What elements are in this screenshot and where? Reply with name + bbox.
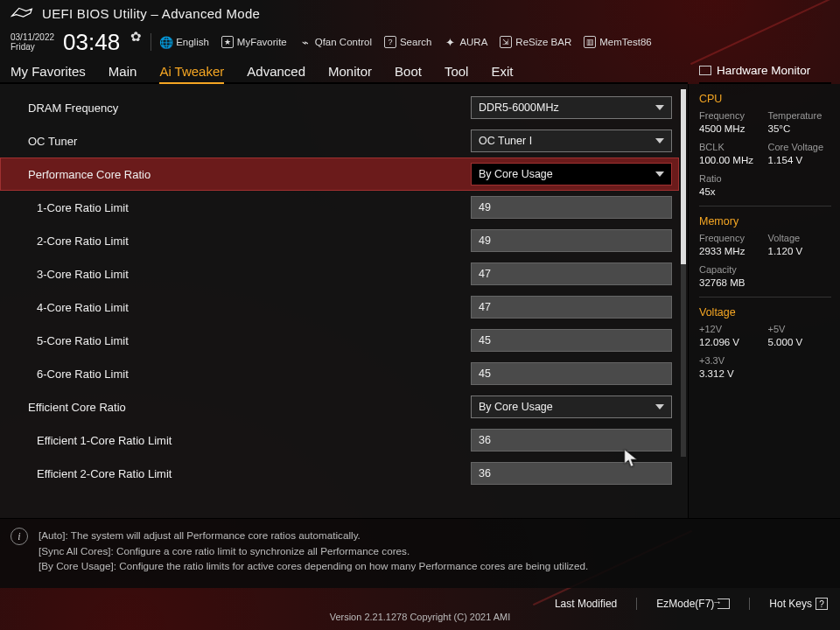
- setting-label: Efficient 1-Core Ratio Limit: [28, 434, 471, 447]
- rog-logo: [10, 5, 33, 21]
- aura-icon: ✦: [444, 36, 456, 48]
- globe-icon: 🌐: [160, 36, 172, 48]
- version-text: Version 2.21.1278 Copyright (C) 2021 AMI: [0, 612, 840, 622]
- tab-tool[interactable]: Tool: [444, 60, 469, 82]
- hw-volt-title: Voltage: [699, 306, 831, 318]
- page-title: UEFI BIOS Utility – Advanced Mode: [42, 6, 260, 21]
- setting-row[interactable]: DRAM FrequencyDDR5-6000MHz: [0, 91, 679, 124]
- fan-icon: ⌁: [299, 36, 312, 48]
- tab-main[interactable]: Main: [108, 60, 137, 82]
- chevron-down-icon: [655, 404, 664, 410]
- setting-dropdown[interactable]: OC Tuner I: [471, 130, 672, 152]
- setting-label: 3-Core Ratio Limit: [28, 268, 471, 281]
- tab-monitor[interactable]: Monitor: [328, 60, 372, 82]
- search-link[interactable]: ?Search: [384, 36, 431, 48]
- setting-dropdown[interactable]: By Core Usage: [471, 396, 672, 418]
- scroll-thumb[interactable]: [681, 89, 686, 264]
- last-modified-link[interactable]: Last Modified: [555, 598, 617, 610]
- tabs: My Favorites Main Ai Tweaker Advanced Mo…: [0, 58, 688, 84]
- setting-row[interactable]: Performance Core RatioBy Core Usage: [0, 158, 679, 191]
- setting-label: 1-Core Ratio Limit: [28, 201, 471, 214]
- hardware-monitor: Hardware Monitor CPU FrequencyTemperatur…: [688, 84, 840, 518]
- tab-advanced[interactable]: Advanced: [247, 60, 305, 82]
- setting-row[interactable]: 1-Core Ratio Limit49: [0, 191, 679, 224]
- chevron-down-icon: [655, 138, 664, 144]
- setting-label: Efficient 2-Core Ratio Limit: [28, 467, 471, 480]
- setting-label: 5-Core Ratio Limit: [28, 334, 471, 347]
- setting-label: 4-Core Ratio Limit: [28, 301, 471, 314]
- info-bar: 03/11/2022 Friday 03:48 ✿ 🌐English ★MyFa…: [0, 26, 840, 58]
- chevron-down-icon: [655, 105, 664, 110]
- chevron-down-icon: [655, 172, 664, 177]
- setting-row[interactable]: 2-Core Ratio Limit49: [0, 224, 679, 257]
- memtest-link[interactable]: ▥MemTest86: [584, 36, 651, 48]
- setting-row[interactable]: Efficient 1-Core Ratio Limit36: [0, 424, 679, 457]
- help-line: [By Core Usage]: Configure the ratio lim…: [38, 558, 588, 574]
- setting-row[interactable]: Efficient 2-Core Ratio Limit36: [0, 457, 679, 490]
- setting-label: DRAM Frequency: [28, 102, 471, 115]
- setting-value-input[interactable]: 49: [471, 229, 672, 252]
- setting-value-input[interactable]: 49: [471, 196, 672, 219]
- setting-value-input[interactable]: 36: [471, 462, 672, 485]
- date-box: 03/11/2022 Friday: [10, 32, 54, 52]
- hw-cpu-title: CPU: [699, 93, 831, 105]
- hw-title: Hardware Monitor: [699, 58, 831, 84]
- star-icon: ★: [221, 36, 234, 48]
- help-line: [Sync All Cores]: Configure a core ratio…: [38, 543, 588, 559]
- footer: Last Modified EzMode(F7) Hot Keys? Versi…: [0, 588, 840, 630]
- setting-row[interactable]: 5-Core Ratio Limit45: [0, 324, 679, 357]
- monitor-icon: [699, 66, 711, 75]
- help-box: i [Auto]: The system will adjust all Per…: [0, 518, 840, 588]
- setting-label: Efficient Core Ratio: [28, 401, 471, 414]
- setting-row[interactable]: OC TunerOC Tuner I: [0, 124, 679, 158]
- setting-label: 2-Core Ratio Limit: [28, 234, 471, 248]
- info-icon: i: [10, 528, 28, 545]
- setting-row[interactable]: Efficient Core RatioBy Core Usage: [0, 390, 679, 424]
- question-icon: ?: [384, 36, 396, 48]
- tab-my-favorites[interactable]: My Favorites: [10, 60, 86, 82]
- setting-value-input[interactable]: 45: [471, 362, 672, 385]
- question-icon: ?: [816, 598, 828, 610]
- top-links: 🌐English ★MyFavorite ⌁Qfan Control ?Sear…: [160, 36, 652, 48]
- arrow-out-icon: [718, 598, 730, 609]
- date: 03/11/2022: [10, 32, 54, 43]
- ezmode-link[interactable]: EzMode(F7): [656, 598, 730, 610]
- setting-row[interactable]: 3-Core Ratio Limit47: [0, 257, 679, 290]
- gear-icon[interactable]: ✿: [130, 29, 142, 45]
- tab-ai-tweaker[interactable]: Ai Tweaker: [159, 60, 224, 84]
- myfavorite-link[interactable]: ★MyFavorite: [221, 36, 287, 48]
- setting-value-input[interactable]: 36: [471, 429, 672, 452]
- language-link[interactable]: 🌐English: [160, 36, 209, 48]
- title-bar: UEFI BIOS Utility – Advanced Mode: [0, 0, 840, 26]
- setting-label: 6-Core Ratio Limit: [28, 368, 471, 381]
- hotkeys-link[interactable]: Hot Keys?: [769, 598, 828, 610]
- resizebar-link[interactable]: ⇲ReSize BAR: [500, 36, 571, 48]
- settings-panel: DRAM FrequencyDDR5-6000MHzOC TunerOC Tun…: [0, 84, 688, 518]
- tab-boot[interactable]: Boot: [395, 60, 422, 82]
- setting-row[interactable]: 4-Core Ratio Limit47: [0, 290, 679, 324]
- help-line: [Auto]: The system will adjust all Perfo…: [38, 528, 588, 543]
- setting-label: Performance Core Ratio: [28, 168, 471, 181]
- hw-mem-title: Memory: [699, 215, 831, 228]
- setting-value-input[interactable]: 47: [471, 262, 672, 285]
- setting-value-input[interactable]: 45: [471, 329, 672, 352]
- setting-dropdown[interactable]: By Core Usage: [471, 163, 672, 186]
- scrollbar[interactable]: [681, 89, 686, 457]
- setting-row[interactable]: 6-Core Ratio Limit45: [0, 357, 679, 390]
- resize-icon: ⇲: [500, 36, 512, 48]
- setting-value-input[interactable]: 47: [471, 296, 672, 318]
- qfan-link[interactable]: ⌁Qfan Control: [299, 36, 372, 48]
- setting-label: OC Tuner: [28, 135, 471, 148]
- tab-exit[interactable]: Exit: [491, 60, 513, 82]
- aura-link[interactable]: ✦AURA: [444, 36, 487, 48]
- weekday: Friday: [10, 42, 54, 52]
- clock: 03:48: [63, 29, 120, 56]
- setting-dropdown[interactable]: DDR5-6000MHz: [471, 96, 672, 119]
- chip-icon: ▥: [584, 36, 596, 48]
